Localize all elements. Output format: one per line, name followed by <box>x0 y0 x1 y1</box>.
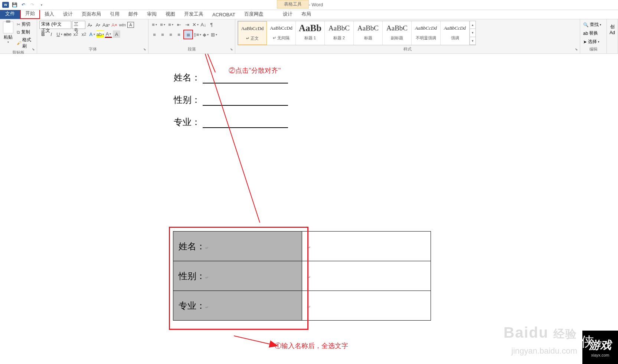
tab-insert[interactable]: 插入 <box>40 9 59 19</box>
gallery-up-icon[interactable]: ▴ <box>470 21 475 29</box>
tab-table-layout[interactable]: 布局 <box>297 9 315 19</box>
table-row[interactable]: 姓名：↵ ↵ <box>173 232 431 261</box>
document-area: 姓名： 性别： 专业： 姓名：↵ ↵ 性别：↵ ↵ 专业：↵ ↵ ②点击"分散对… <box>0 54 618 364</box>
styles-gallery[interactable]: AaBbCcDd↵ 正文AaBbCcDd↵ 无间隔AaBb标题 1AaBbC标题… <box>238 21 476 45</box>
title-bar: W 💾 ↶ ↷ 文档1 - Word 表格工具 <box>0 0 618 10</box>
styles-launcher-icon[interactable]: ⬊ <box>574 47 579 53</box>
font-name-combo[interactable]: 宋体 (中文正文 <box>39 21 71 29</box>
font-group-label: 字体 <box>39 46 146 53</box>
table-row[interactable]: 专业：↵ ↵ <box>173 291 431 321</box>
save-icon[interactable]: 💾 <box>10 1 19 9</box>
group-clipboard: 粘贴 ▾ ✂剪切 ⧉复制 🖌格式刷 剪贴板 ⬊ <box>0 19 37 53</box>
text-effects-icon[interactable]: A <box>88 30 96 38</box>
table-cell-value: ↵ <box>302 261 431 291</box>
strikethrough-button[interactable]: abc <box>64 30 71 38</box>
shading-icon[interactable]: ◆ <box>202 31 209 38</box>
grow-font-icon[interactable]: A▴ <box>86 21 94 29</box>
tab-baidu[interactable]: 百度网盘 <box>240 9 268 19</box>
document-table[interactable]: 姓名：↵ ↵ 性别：↵ ↵ 专业：↵ ↵ <box>173 231 431 321</box>
clipboard-icon <box>3 22 13 33</box>
underline-name <box>203 76 288 83</box>
tab-design[interactable]: 设计 <box>59 9 77 19</box>
quick-access-toolbar: W 💾 ↶ ↷ <box>0 1 45 9</box>
ribbon-tabs: 文件 开始 插入 设计 页面布局 引用 邮件 审阅 视图 开发工具 ACROBA… <box>0 10 618 19</box>
asian-layout-icon[interactable]: ✕ <box>192 21 199 28</box>
multilevel-icon[interactable]: ≡ <box>167 21 174 28</box>
char-shading-icon[interactable]: A <box>113 30 120 38</box>
paste-label: 粘贴 <box>4 34 13 40</box>
editing-group-label: 编辑 <box>582 46 604 53</box>
doc-line-gender: 性别： <box>174 94 494 106</box>
tab-table-design[interactable]: 设计 <box>278 9 297 19</box>
gallery-down-icon[interactable]: ▾ <box>470 29 475 37</box>
style-item[interactable]: AaBbCcDd↵ 正文 <box>238 21 267 45</box>
char-border-icon[interactable]: A <box>127 21 134 29</box>
group-partial: 创 Ad <box>607 19 618 53</box>
style-item[interactable]: AaBbCcDd强调 <box>441 21 470 45</box>
underline-major <box>203 121 288 128</box>
highlight-icon[interactable]: ab <box>97 30 104 38</box>
table-row[interactable]: 性别：↵ ↵ <box>173 261 431 291</box>
word-app-icon[interactable]: W <box>1 1 10 9</box>
undo-icon[interactable]: ↶ <box>19 1 27 9</box>
numbering-icon[interactable]: ≡ <box>159 21 166 28</box>
tab-file[interactable]: 文件 <box>0 9 20 19</box>
sort-icon[interactable]: A↓ <box>200 21 207 28</box>
page[interactable]: 姓名： 性别： 专业： <box>119 54 494 146</box>
table-cell-label: 姓名：↵ <box>173 232 302 261</box>
superscript-button[interactable]: x2 <box>80 30 88 38</box>
font-launcher-icon[interactable]: ⬊ <box>142 47 147 53</box>
qat-customize-icon[interactable] <box>37 1 45 9</box>
decrease-indent-icon[interactable]: ⇤ <box>175 21 183 28</box>
align-right-icon[interactable]: ≡ <box>167 31 174 38</box>
brush-icon: 🖌 <box>17 40 21 46</box>
align-center-icon[interactable]: ≡ <box>159 31 166 38</box>
label-name: 姓名： <box>174 72 200 83</box>
annotation-step2: ②点击"分散对齐" <box>229 66 281 75</box>
change-case-icon[interactable]: Aa▾ <box>102 21 110 29</box>
increase-indent-icon[interactable]: ⇥ <box>183 21 191 28</box>
style-item[interactable]: AaBbC标题 <box>354 21 383 45</box>
font-size-combo[interactable]: 三号 <box>72 21 85 29</box>
style-item[interactable]: AaBbCcDd↵ 无间隔 <box>267 21 296 45</box>
annotation-step1: ①输入名称后，全选文字 <box>275 341 348 350</box>
show-marks-icon[interactable]: ¶ <box>208 21 215 28</box>
align-left-icon[interactable]: ≡ <box>151 31 158 38</box>
find-button[interactable]: 🔍查找▾ <box>582 21 602 29</box>
replace-button[interactable]: ab替换 <box>582 29 602 37</box>
watermark-baidu: Baidu 经验 <box>504 324 577 342</box>
clipboard-launcher-icon[interactable]: ⬊ <box>31 47 36 53</box>
paragraph-launcher-icon[interactable]: ⬊ <box>229 47 234 53</box>
redo-icon[interactable]: ↷ <box>28 1 36 9</box>
style-item[interactable]: AaBbC副标题 <box>383 21 412 45</box>
tab-mailings[interactable]: 邮件 <box>124 9 143 19</box>
font-color-icon[interactable]: A <box>105 30 112 38</box>
tab-view[interactable]: 视图 <box>161 9 180 19</box>
bullets-icon[interactable]: ≡ <box>151 21 158 28</box>
tab-developer[interactable]: 开发工具 <box>180 9 208 19</box>
align-distribute-icon[interactable]: ≣ <box>184 31 192 38</box>
phonetic-icon[interactable]: wén <box>119 21 126 29</box>
select-button[interactable]: ➤选择▾ <box>582 38 602 46</box>
tab-references[interactable]: 引用 <box>105 9 124 19</box>
paragraph-group-label: 段落 <box>151 46 233 53</box>
tab-page-layout[interactable]: 页面布局 <box>77 9 105 19</box>
clear-format-icon[interactable]: A✖ <box>111 21 118 29</box>
style-item[interactable]: AaBb标题 1 <box>296 21 325 45</box>
line-spacing-icon[interactable]: ‡≡ <box>194 31 201 38</box>
shrink-font-icon[interactable]: A▾ <box>94 21 102 29</box>
align-justify-icon[interactable]: ≡ <box>175 31 183 38</box>
paste-button[interactable]: 粘贴 ▾ <box>2 21 14 45</box>
tab-review[interactable]: 审阅 <box>143 9 161 19</box>
underline-button[interactable]: U <box>56 30 63 38</box>
borders-icon[interactable]: ⊞ <box>210 31 218 38</box>
copy-button[interactable]: ⧉复制 <box>16 29 35 36</box>
style-item[interactable]: AaBbCcDd不明显强调 <box>412 21 441 45</box>
group-font: 宋体 (中文正文 三号 A▴ A▾ Aa▾ A✖ wén A B I U abc… <box>37 19 148 53</box>
style-item[interactable]: AaBbC标题 2 <box>325 21 354 45</box>
gallery-more-icon[interactable]: ▾ <box>470 37 475 45</box>
tab-acrobat[interactable]: ACROBAT <box>208 10 240 19</box>
cut-button[interactable]: ✂剪切 <box>16 21 35 28</box>
partial-label1: 创 <box>609 24 615 30</box>
search-icon: 🔍 <box>583 22 589 27</box>
